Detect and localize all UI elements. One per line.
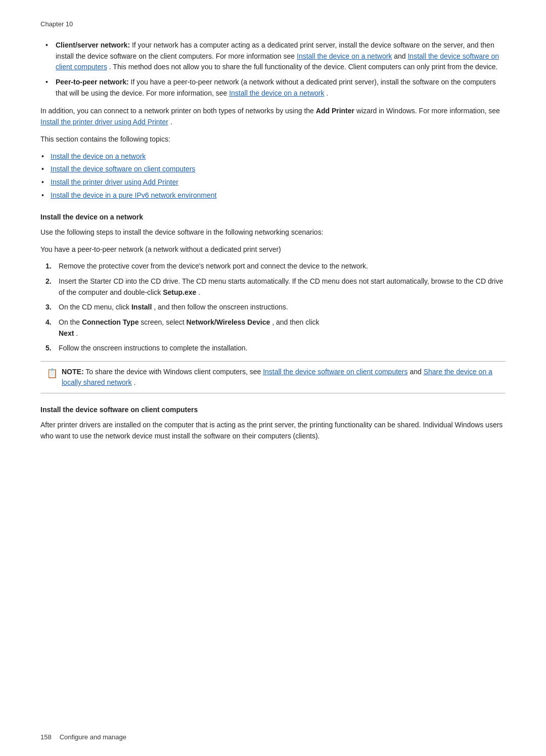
note-label: NOTE:	[62, 368, 84, 376]
step-4-end: , and then click	[272, 318, 319, 326]
note-mid: and	[410, 368, 423, 376]
note-link1[interactable]: Install the device software on client co…	[263, 368, 407, 376]
toc-link-3[interactable]: Install the printer driver using Add Pri…	[51, 178, 178, 186]
step-4-period: .	[76, 329, 78, 337]
content-body: Client/server network: If your network h…	[40, 40, 506, 441]
client-server-end: . This method does not allow you to shar…	[109, 63, 498, 71]
note-icon: 📋	[47, 367, 58, 380]
section2-heading: Install the device software on client co…	[40, 405, 506, 416]
step-4: On the Connection Type screen, select Ne…	[40, 317, 506, 339]
step-5: Follow the onscreen instructions to comp…	[40, 343, 506, 354]
toc-link-2[interactable]: Install the device software on client co…	[51, 165, 195, 173]
step-3-intro: On the CD menu, click	[59, 303, 131, 311]
bullet-item-client-server: Client/server network: If your network h…	[40, 40, 506, 73]
peer-to-peer-link1[interactable]: Install the device on a network	[229, 89, 324, 97]
chapter-title: Chapter 10	[40, 20, 73, 28]
toc-item-2: Install the device software on client co…	[40, 164, 506, 175]
note-end: .	[133, 378, 135, 386]
client-server-term: Client/server network:	[56, 41, 130, 49]
client-server-link1[interactable]: Install the device on a network	[297, 52, 392, 60]
client-server-mid: and	[394, 52, 407, 60]
section1-para2: You have a peer-to-peer network (a netwo…	[40, 244, 506, 255]
toc-item-4: Install the device in a pure IPv6 networ…	[40, 190, 506, 201]
step-3-end: , and then follow the onscreen instructi…	[154, 303, 288, 311]
note-content: NOTE: To share the device with Windows c…	[62, 367, 499, 388]
step-2-bold: Setup.exe	[163, 288, 196, 296]
note-box: 📋 NOTE: To share the device with Windows…	[40, 361, 506, 393]
section1-para1: Use the following steps to install the d…	[40, 227, 506, 238]
step-4-next: Next	[59, 329, 74, 337]
chapter-header: Chapter 10	[40, 20, 506, 28]
section-intro-text: This section contains the following topi…	[40, 134, 506, 145]
note-text: To share the device with Windows client …	[85, 368, 263, 376]
step-4-intro: On the	[59, 318, 82, 326]
step-1-text: Remove the protective cover from the dev…	[59, 262, 368, 270]
add-printer-mid: wizard in Windows. For more information,…	[356, 107, 500, 115]
toc-item-3: Install the printer driver using Add Pri…	[40, 177, 506, 188]
peer-to-peer-term: Peer-to-peer network:	[56, 78, 129, 86]
page-footer: 158 Configure and manage	[40, 733, 506, 741]
add-printer-link[interactable]: Install the printer driver using Add Pri…	[40, 118, 168, 126]
step-1: Remove the protective cover from the dev…	[40, 261, 506, 272]
toc-list: Install the device on a network Install …	[40, 151, 506, 201]
step-4-mid: screen, select	[141, 318, 186, 326]
step-3: On the CD menu, click Install , and then…	[40, 302, 506, 313]
step-3-bold: Install	[131, 303, 152, 311]
step-4-bold1: Connection Type	[82, 318, 139, 326]
footer-section-name: Configure and manage	[60, 733, 126, 741]
footer-page-number: 158	[40, 733, 52, 741]
step-2-end: .	[198, 288, 200, 296]
toc-item-1: Install the device on a network	[40, 151, 506, 162]
section2-para: After printer drivers are installed on t…	[40, 420, 506, 441]
section1-heading: Install the device on a network	[40, 212, 506, 223]
toc-link-1[interactable]: Install the device on a network	[51, 152, 146, 160]
step-2-text: Insert the Starter CD into the CD drive.…	[59, 277, 503, 296]
step-4-bold2: Network/Wireless Device	[187, 318, 270, 326]
add-printer-paragraph: In addition, you can connect to a networ…	[40, 106, 506, 127]
numbered-steps-list: Remove the protective cover from the dev…	[40, 261, 506, 354]
add-printer-bold: Add Printer	[316, 107, 354, 115]
step-5-text: Follow the onscreen instructions to comp…	[59, 344, 248, 352]
toc-link-4[interactable]: Install the device in a pure IPv6 networ…	[51, 191, 216, 199]
add-printer-intro: In addition, you can connect to a networ…	[40, 107, 316, 115]
bullet-item-peer-to-peer: Peer-to-peer network: If you have a peer…	[40, 77, 506, 99]
page-container: Chapter 10 Client/server network: If you…	[0, 0, 546, 478]
toc-links-container: Install the device on a network Install …	[40, 151, 506, 201]
peer-to-peer-end: .	[326, 89, 328, 97]
intro-bullet-list: Client/server network: If your network h…	[40, 40, 506, 99]
add-printer-end: .	[170, 118, 172, 126]
step-2: Insert the Starter CD into the CD drive.…	[40, 276, 506, 298]
